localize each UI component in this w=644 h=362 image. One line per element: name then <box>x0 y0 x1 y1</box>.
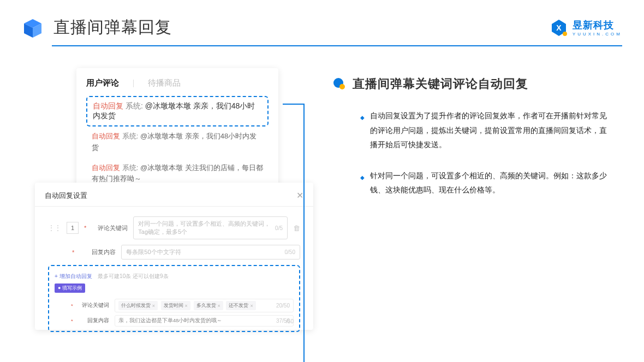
comments-panel: 用户评论 待播商品 自动回复 系统: @冰墩墩本墩 亲亲，我们48小时内发货 自… <box>76 68 278 194</box>
auto-reply-settings-modal: 自动回复设置 ✕ ⋮⋮ 1 * 评论关键词 对同一个问题，可设置多个相近、高频的… <box>35 183 313 330</box>
bullet-text: 针对同一个问题，可设置多个相近的、高频的关键词。例如：这款多少钱、这块能优惠吗、… <box>370 168 611 197</box>
brand-logo: X 昱新科技 YUUXIN.COM <box>550 19 622 37</box>
required-star: * <box>84 225 86 231</box>
tab-divider <box>133 80 134 87</box>
diamond-icon: ◆ <box>360 172 365 197</box>
description-column: 直播间弹幕关键词评论自动回复 ◆ 自动回复设置为了提升作者的评论回复效率，作者可… <box>333 68 628 335</box>
required-star: * <box>71 318 73 324</box>
page-header: 直播间弹幕回复 X 昱新科技 YUUXIN.COM <box>0 0 644 39</box>
main-content: 用户评论 待播商品 自动回复 系统: @冰墩墩本墩 亲亲，我们48小时内发货 自… <box>0 46 644 335</box>
bullet-item: ◆ 针对同一个问题，可设置多个相近的、高频的关键词。例如：这款多少钱、这块能优惠… <box>333 168 628 197</box>
section-subtitle: 直播间弹幕关键词评论自动回复 <box>353 76 528 92</box>
reply-input[interactable]: 每条限50个中文字符 0/50 <box>121 245 300 260</box>
keyword-input[interactable]: 对同一个问题，可设置多个相近、高频的关键词，Tag确定，最多5个 0/5 <box>133 216 288 239</box>
cube-icon <box>22 17 44 39</box>
system-label: 系统: <box>122 164 139 172</box>
tag-chip[interactable]: 还不发货× <box>226 301 255 310</box>
modal-title: 自动回复设置 <box>45 191 87 201</box>
add-hint: 最多可建10条 还可以创建9条 <box>98 273 168 279</box>
page-title: 直播间弹幕回复 <box>53 16 172 39</box>
modal-header: 自动回复设置 ✕ <box>35 190 313 207</box>
example-reply-row: * 回复内容 亲，我们这边都是下单48小时内发货的哦～ 37/50 <box>55 315 294 327</box>
example-reply-text: 亲，我们这边都是下单48小时内发货的哦～ <box>118 317 223 324</box>
svg-point-4 <box>563 32 567 36</box>
brand-name-cn: 昱新科技 <box>573 19 614 32</box>
reply-label: 回复内容 <box>80 248 116 256</box>
example-badge: ● 填写示例 <box>55 283 85 293</box>
example-keyword-row: * 评论关键词 什么时候发货× 发货时间× 多久发货× 还不发货× 20/50 <box>55 299 294 312</box>
example-reply-input[interactable]: 亲，我们这边都是下单48小时内发货的哦～ 37/50 <box>115 315 294 327</box>
tag-chip[interactable]: 发货时间× <box>161 301 190 310</box>
screenshot-column: 用户评论 待播商品 自动回复 系统: @冰墩墩本墩 亲亲，我们48小时内发货 自… <box>22 68 317 335</box>
brand-name-en: YUUXIN.COM <box>573 32 622 37</box>
example-reply-label: 回复内容 <box>79 317 109 324</box>
rule-index: 1 <box>67 222 79 234</box>
required-star: * <box>71 303 73 309</box>
bullet-item: ◆ 自动回复设置为了提升作者的评论回复效率，作者可在开播前针对常见的评论用户问题… <box>333 108 628 152</box>
diamond-icon: ◆ <box>360 112 365 152</box>
required-star: * <box>72 249 74 256</box>
example-keyword-input[interactable]: 什么时候发货× 发货时间× 多久发货× 还不发货× 20/50 <box>115 299 294 312</box>
connector-line <box>283 104 305 362</box>
placeholder-text: 每条限50个中文字符 <box>126 248 181 256</box>
auto-reply-tag: 自动回复 <box>92 164 120 172</box>
drag-handle-icon[interactable]: ⋮⋮ <box>48 224 61 232</box>
add-auto-reply-link[interactable]: + 增加自动回复 <box>55 273 92 279</box>
placeholder-text: 对同一个问题，可设置多个相近、高频的关键词，Tag确定，最多5个 <box>138 220 275 236</box>
tag-chip[interactable]: 多久发货× <box>194 301 223 310</box>
tab-pending-goods[interactable]: 待播商品 <box>148 78 181 88</box>
title-group: 直播间弹幕回复 <box>22 16 172 39</box>
highlighted-comment: 自动回复 系统: @冰墩墩本墩 亲亲，我们48小时内发货 <box>86 96 269 126</box>
bullet-text: 自动回复设置为了提升作者的评论回复效率，作者可在开播前针对常见的评论用户问题，提… <box>370 108 611 152</box>
comment-row: 自动回复 系统: @冰墩墩本墩 亲亲，我们48小时内发货 <box>86 126 269 158</box>
example-highlight-box: + 增加自动回复 最多可建10条 还可以创建9条 ● 填写示例 * 评论关键词 … <box>48 265 300 332</box>
tag-list: 什么时候发货× 发货时间× 多久发货× 还不发货× <box>118 301 258 310</box>
keyword-counter: 0/5 <box>275 225 283 231</box>
comments-tabs: 用户评论 待播商品 <box>86 78 269 88</box>
system-label: 系统: <box>122 132 139 140</box>
auto-reply-tag: 自动回复 <box>93 101 123 110</box>
keyword-row: ⋮⋮ 1 * 评论关键词 对同一个问题，可设置多个相近、高频的关键词，Tag确定… <box>48 216 300 239</box>
system-label: 系统: <box>126 101 143 110</box>
bubble-icon <box>333 77 346 90</box>
example-keyword-label: 评论关键词 <box>79 302 109 309</box>
tag-chip[interactable]: 什么时候发货× <box>118 301 158 310</box>
keyword-label: 评论关键词 <box>92 224 128 232</box>
tab-user-comments[interactable]: 用户评论 <box>86 78 119 88</box>
svg-text:X: X <box>556 23 562 32</box>
svg-point-6 <box>339 84 345 89</box>
brand-mark-icon: X <box>550 19 568 37</box>
reply-row: * 回复内容 每条限50个中文字符 0/50 <box>48 245 300 260</box>
subtitle-row: 直播间弹幕关键词评论自动回复 <box>333 76 628 92</box>
auto-reply-tag: 自动回复 <box>92 132 120 140</box>
